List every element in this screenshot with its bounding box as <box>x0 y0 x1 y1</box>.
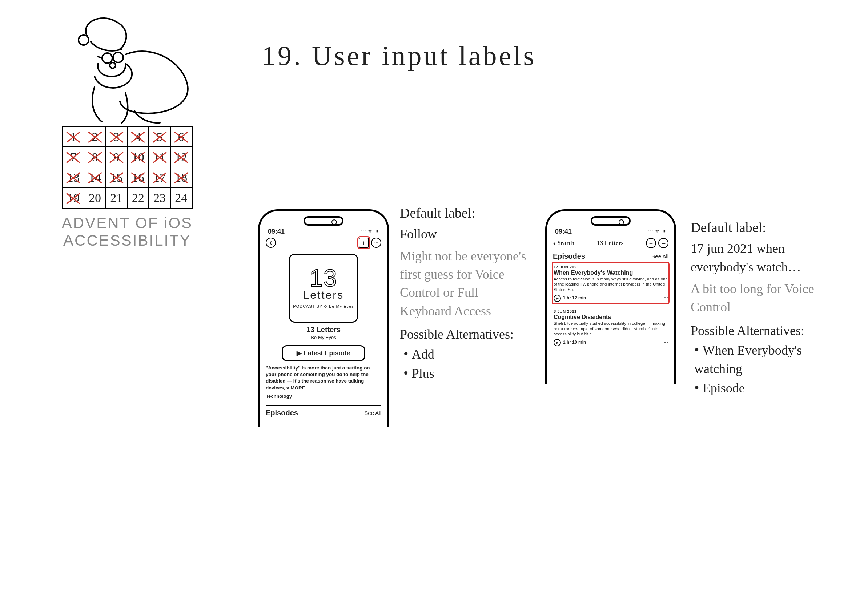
episode-row[interactable]: 17 JUN 2021 When Everybody's Watching Ac… <box>553 263 668 303</box>
calendar-day: 7 <box>63 147 84 167</box>
podcast-description: "Accessibility" is more than just a sett… <box>266 365 381 391</box>
advent-logo: 123456789101112131415161718192021222324 … <box>43 14 211 249</box>
artwork-word: Letters <box>303 289 344 301</box>
svg-point-0 <box>79 35 89 45</box>
play-icon[interactable] <box>553 295 561 302</box>
calendar-day: 4 <box>127 127 149 147</box>
episode-duration: 1 hr 10 min <box>563 340 586 345</box>
page-title: 19. User input labels <box>262 40 536 71</box>
back-button[interactable]: ‹ Search <box>553 238 574 249</box>
status-indicators: ··· ᯤ ▮ <box>361 228 379 235</box>
play-icon[interactable] <box>553 339 561 346</box>
latest-episode-button[interactable]: ▶ Latest Episode <box>282 345 365 361</box>
podcast-category[interactable]: Technology <box>266 393 381 399</box>
more-button[interactable] <box>658 238 668 248</box>
see-all-link[interactable]: See All <box>364 410 381 416</box>
calendar-day: 14 <box>84 167 106 188</box>
artwork-byline: PODCAST BY ⊚ Be My Eyes <box>293 304 354 309</box>
calendar-day: 5 <box>149 127 170 147</box>
notch-icon <box>304 216 344 226</box>
calendar-day: 8 <box>84 147 106 167</box>
episode-blurb: Sheli Little actually studied accessibil… <box>553 321 668 336</box>
advent-caption-1: ADVENT OF iOS <box>43 214 211 232</box>
calendar-day: 19 <box>63 188 84 208</box>
episode-title: When Everybody's Watching <box>553 270 668 276</box>
calendar-day: 3 <box>106 127 127 147</box>
annotation-episode: Default label: 17 jun 2021 when everybod… <box>691 218 847 397</box>
santa-icon <box>43 14 211 124</box>
svg-point-3 <box>110 62 116 68</box>
calendar-day: 9 <box>106 147 127 167</box>
calendar-day: 16 <box>127 167 149 188</box>
episode-duration: 1 hr 12 min <box>563 295 586 300</box>
calendar-day: 24 <box>171 188 192 208</box>
back-button[interactable] <box>266 238 276 248</box>
episodes-heading: Episodes <box>266 409 298 417</box>
episode-date: 17 JUN 2021 <box>553 265 668 269</box>
phone-mockup-show-page: 09:41 ··· ᯤ ▮ 13 Letters PODCAST BY ⊚ Be… <box>258 209 389 427</box>
artwork-number: 13 <box>309 267 337 289</box>
calendar-day: 20 <box>84 188 106 208</box>
more-button[interactable] <box>371 238 381 248</box>
episode-more-icon[interactable]: ··· <box>663 294 668 302</box>
svg-point-2 <box>113 52 123 62</box>
calendar-day: 11 <box>149 147 170 167</box>
calendar-day: 22 <box>127 188 149 208</box>
calendar-day: 2 <box>84 127 106 147</box>
episode-title: Cognitive Dissidents <box>553 314 668 320</box>
status-indicators: ··· ᯤ ▮ <box>648 228 666 235</box>
follow-button[interactable] <box>359 238 369 248</box>
episode-date: 3 JUN 2021 <box>553 309 668 314</box>
status-time: 09:41 <box>268 228 285 235</box>
calendar-day: 10 <box>127 147 149 167</box>
svg-point-1 <box>102 53 112 63</box>
episode-more-icon[interactable]: ··· <box>663 339 668 346</box>
episodes-heading: Episodes <box>553 252 585 260</box>
calendar-day: 21 <box>106 188 127 208</box>
annotation-follow: Default label: Follow Might not be every… <box>400 204 531 383</box>
episode-row[interactable]: 3 JUN 2021 Cognitive Dissidents Sheli Li… <box>553 307 668 348</box>
calendar-day: 12 <box>171 147 192 167</box>
podcast-artwork: 13 Letters PODCAST BY ⊚ Be My Eyes <box>289 254 358 323</box>
advent-caption-2: ACCESSIBILITY <box>43 232 211 249</box>
podcast-author[interactable]: Be My Eyes <box>266 335 381 340</box>
calendar-day: 13 <box>63 167 84 188</box>
calendar-day: 17 <box>149 167 170 188</box>
calendar-day: 18 <box>171 167 192 188</box>
nav-title: 13 Letters <box>574 240 646 247</box>
status-time: 09:41 <box>555 228 572 235</box>
episode-blurb: Access to television is in many ways sti… <box>553 277 668 292</box>
see-all-link[interactable]: See All <box>651 253 668 260</box>
calendar-day: 1 <box>63 127 84 147</box>
more-link[interactable]: MORE <box>290 385 305 391</box>
notch-icon <box>591 216 631 226</box>
calendar-day: 15 <box>106 167 127 188</box>
calendar-day: 6 <box>171 127 192 147</box>
advent-calendar: 123456789101112131415161718192021222324 <box>62 126 193 209</box>
follow-button[interactable] <box>646 238 656 248</box>
calendar-day: 23 <box>149 188 170 208</box>
podcast-title: 13 Letters <box>266 326 381 334</box>
phone-mockup-episode-list: 09:41 ··· ᯤ ▮ ‹ Search 13 Letters Episod… <box>545 209 676 383</box>
